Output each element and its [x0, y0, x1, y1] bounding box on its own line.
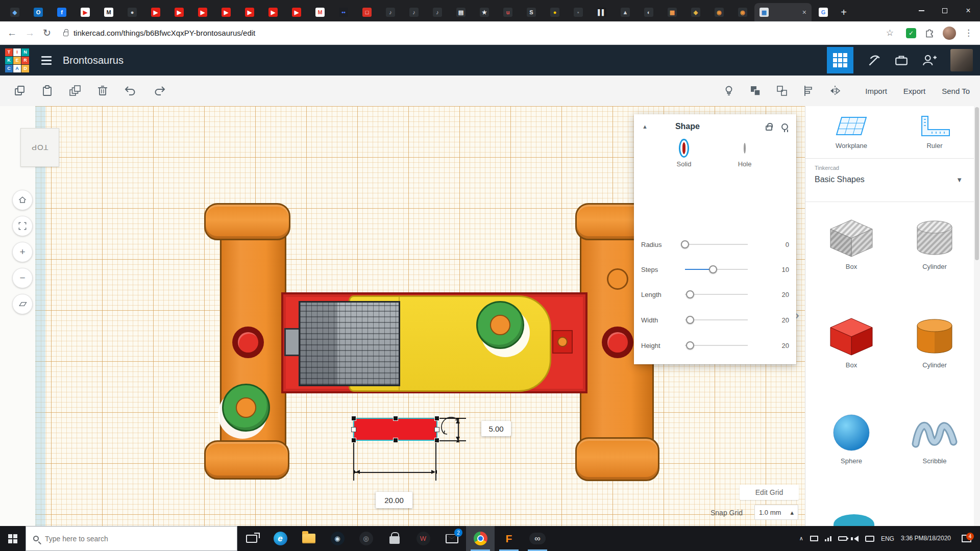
infinity-app[interactable]: ∞: [523, 526, 552, 551]
scale-handle-n[interactable]: [393, 416, 398, 421]
tab-youtube-2[interactable]: ▶: [167, 3, 191, 21]
store-bag-app[interactable]: [380, 526, 409, 551]
height-dimension-field[interactable]: 5.00: [481, 421, 511, 436]
back-button[interactable]: ←: [7, 28, 17, 39]
scale-handle-ne[interactable]: [434, 416, 439, 421]
length-slider-knob[interactable]: [686, 290, 694, 298]
tab-splice[interactable]: S: [520, 3, 543, 21]
steam-app[interactable]: ◉: [323, 526, 352, 551]
tab-piano[interactable]: ▌▌: [590, 3, 614, 21]
height-slider-knob[interactable]: [686, 341, 694, 349]
shape-solid-box[interactable]: Box: [813, 309, 890, 396]
shape-hole-box[interactable]: Box: [813, 211, 890, 297]
align-button[interactable]: [802, 84, 815, 97]
tab-metronome[interactable]: ▲: [614, 3, 637, 21]
url-text[interactable]: tinkercad.com/things/b6BfwcXqxPY-brontos…: [74, 29, 255, 37]
sidebar-scrollbar[interactable]: [974, 106, 980, 526]
tab-monkey-2[interactable]: ◉: [731, 3, 754, 21]
scale-handle-w[interactable]: [351, 427, 356, 432]
height-slider[interactable]: [685, 341, 748, 349]
tab-close-icon[interactable]: ×: [802, 8, 806, 16]
tab-monkey-1[interactable]: ◉: [707, 3, 731, 21]
tab-music-2[interactable]: ♪: [402, 3, 426, 21]
redo-button[interactable]: [152, 84, 166, 97]
model-red-axle-right[interactable]: [602, 327, 633, 358]
forward-button[interactable]: →: [25, 28, 35, 39]
home-view-button[interactable]: [12, 190, 33, 210]
steps-slider-knob[interactable]: [709, 265, 717, 273]
edit-grid-button[interactable]: Edit Grid: [740, 485, 799, 500]
mirror-button[interactable]: [828, 84, 842, 97]
tab-star-site[interactable]: ★: [473, 3, 496, 21]
copy-button[interactable]: [13, 84, 27, 97]
duplicate-button[interactable]: [68, 84, 82, 97]
model-red-tab[interactable]: [552, 330, 573, 354]
tab-youtube-music[interactable]: ▶: [74, 3, 97, 21]
network-tray-icon[interactable]: [825, 536, 831, 541]
width-slider[interactable]: [685, 316, 748, 324]
window-maximize-button[interactable]: [933, 0, 957, 21]
tab-outlook[interactable]: O: [27, 3, 50, 21]
add-user-icon[interactable]: [922, 53, 937, 67]
taskbar-clock[interactable]: 3:36 PM 8/18/2020: [901, 535, 951, 543]
scale-handle-se[interactable]: [434, 438, 439, 443]
export-button[interactable]: Export: [903, 87, 925, 95]
fit-view-button[interactable]: [12, 216, 33, 236]
radius-slider-knob[interactable]: [681, 240, 689, 248]
mail-app[interactable]: 2: [437, 526, 466, 551]
collapse-panel-icon[interactable]: ▲: [642, 123, 648, 130]
tab-yellow-dot[interactable]: ●: [543, 3, 567, 21]
window-minimize-button[interactable]: [910, 0, 933, 21]
model-foot-bottom-right[interactable]: [575, 437, 659, 481]
shape-solid-cylinder[interactable]: Cylinder: [896, 309, 973, 396]
tab-gmail[interactable]: M: [308, 3, 332, 21]
volume-tray-icon[interactable]: [854, 536, 859, 542]
blocks-view-button[interactable]: [827, 47, 853, 73]
workplane-tool[interactable]: Workplane: [813, 113, 890, 149]
tab-site-dark[interactable]: ●: [120, 3, 144, 21]
shape-scribble[interactable]: Scribble: [896, 407, 973, 494]
tab-game[interactable]: ◈: [684, 3, 707, 21]
perspective-toggle-button[interactable]: [12, 294, 33, 314]
browser-profile-avatar[interactable]: [943, 27, 956, 40]
action-center-button[interactable]: 4: [958, 535, 975, 542]
tab-youtube-7[interactable]: ▶: [285, 3, 308, 21]
hole-swatch-button[interactable]: [744, 143, 746, 154]
tab-music-3[interactable]: ♪: [426, 3, 449, 21]
lock-icon[interactable]: [766, 126, 772, 131]
tab-youtube-1[interactable]: ▶: [144, 3, 167, 21]
tinker-pickaxe-icon[interactable]: [867, 53, 881, 67]
user-avatar[interactable]: [950, 49, 973, 71]
search-input[interactable]: [45, 535, 230, 543]
extensions-puzzle-icon[interactable]: [924, 28, 935, 38]
tab-youtube-4[interactable]: ▶: [214, 3, 238, 21]
tab-medium[interactable]: M: [97, 3, 120, 21]
edge-app[interactable]: e: [266, 526, 295, 551]
visibility-bulb-icon[interactable]: [781, 123, 788, 130]
show-all-bulb-icon[interactable]: [722, 84, 736, 97]
width-dimension-field[interactable]: 20.00: [376, 492, 412, 508]
solid-swatch-button[interactable]: [682, 142, 685, 154]
hidden-icons-chevron[interactable]: ∧: [799, 535, 803, 542]
model-orange-peg-right[interactable]: [607, 268, 628, 290]
send-to-button[interactable]: Send To: [942, 87, 970, 95]
tab-red-site[interactable]: □: [355, 3, 379, 21]
scale-handle-e[interactable]: [434, 427, 439, 432]
tab-music-1[interactable]: ♪: [379, 3, 402, 21]
selected-red-box[interactable]: [353, 418, 437, 441]
extension-green-icon[interactable]: ✓: [906, 28, 916, 38]
steps-slider[interactable]: [685, 265, 748, 273]
undo-button[interactable]: [124, 84, 138, 97]
battery-tray-icon[interactable]: [838, 536, 847, 541]
design-list-icon[interactable]: [41, 56, 52, 65]
ungroup-button[interactable]: [775, 84, 789, 97]
start-button[interactable]: [0, 526, 26, 551]
model-foot-top-left[interactable]: [204, 203, 290, 240]
taskbar-search[interactable]: [26, 526, 237, 551]
scale-handle-nw[interactable]: [351, 416, 356, 421]
length-slider[interactable]: [685, 290, 748, 298]
file-explorer-app[interactable]: [295, 526, 323, 551]
width-slider-knob[interactable]: [686, 316, 694, 324]
tab-launchpad[interactable]: ▦: [660, 3, 684, 21]
tab-youtube-3[interactable]: ▶: [191, 3, 214, 21]
